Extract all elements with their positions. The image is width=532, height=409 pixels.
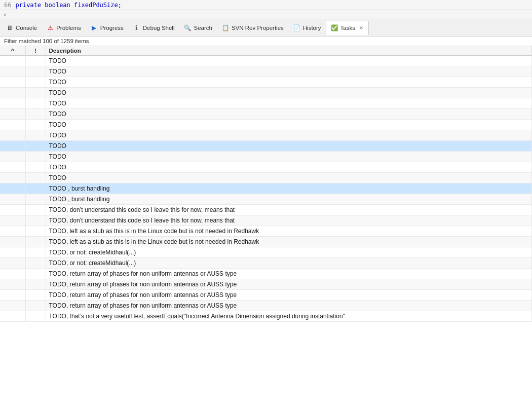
tab-label-search: Search bbox=[194, 25, 212, 31]
code-line-number: 66 bbox=[4, 2, 11, 9]
table-row[interactable]: TODO bbox=[0, 152, 532, 162]
tab-label-progress: Progress bbox=[100, 25, 124, 31]
col-priority[interactable]: ! bbox=[25, 46, 46, 56]
table-row[interactable]: TODO, don’t understand this code so I le… bbox=[0, 215, 532, 226]
row-col1-14 bbox=[0, 205, 25, 215]
row-col2-14 bbox=[25, 205, 46, 215]
filter-text: Filter matched 100 of 1259 items bbox=[4, 38, 89, 44]
tasks-tab-icon: ✅ bbox=[330, 24, 338, 32]
table-row[interactable]: TODO bbox=[0, 56, 532, 66]
table-row[interactable]: TODO , burst handling bbox=[0, 183, 532, 194]
back-arrow-button[interactable]: ‹ bbox=[0, 10, 532, 19]
table-row[interactable]: TODO, or not: createMidhaul(...) bbox=[0, 247, 532, 258]
tab-console[interactable]: 🖥Console bbox=[1, 21, 42, 35]
row-description-22: TODO, return array of phases for non uni… bbox=[46, 290, 532, 301]
row-col1-15 bbox=[0, 215, 25, 226]
table-row[interactable]: TODO bbox=[0, 173, 532, 183]
row-col1-19 bbox=[0, 258, 25, 269]
row-col2-8 bbox=[25, 141, 46, 152]
code-text: private boolean fixedPduSize; bbox=[15, 2, 122, 9]
table-row[interactable]: TODO bbox=[0, 88, 532, 98]
table-row[interactable]: TODO, or not: createMidhaul(...) bbox=[0, 258, 532, 269]
row-description-10: TODO bbox=[46, 162, 532, 173]
table-row[interactable]: TODO bbox=[0, 98, 532, 109]
row-col1-10 bbox=[0, 162, 25, 173]
tab-history[interactable]: 📄History bbox=[288, 21, 326, 35]
tab-close-tasks[interactable]: × bbox=[358, 24, 364, 31]
row-col2-24 bbox=[25, 311, 46, 322]
row-description-9: TODO bbox=[46, 152, 532, 162]
row-col1-5 bbox=[0, 109, 25, 120]
table-row[interactable]: TODO bbox=[0, 109, 532, 120]
row-col2-10 bbox=[25, 162, 46, 173]
row-description-19: TODO, or not: createMidhaul(...) bbox=[46, 258, 532, 269]
row-col1-22 bbox=[0, 290, 25, 301]
table-row[interactable]: TODO, return array of phases for non uni… bbox=[0, 290, 532, 301]
row-col1-11 bbox=[0, 173, 25, 183]
row-col1-3 bbox=[0, 88, 25, 98]
table-row[interactable]: TODO, left as a stub as this is in the L… bbox=[0, 237, 532, 247]
row-description-24: TODO, that’s not a very usefull test, as… bbox=[46, 311, 532, 322]
tab-debug-shell[interactable]: ℹDebug Shell bbox=[128, 21, 179, 35]
row-description-17: TODO, left as a stub as this is in the L… bbox=[46, 237, 532, 247]
row-description-14: TODO, don’t understand this code so I le… bbox=[46, 205, 532, 215]
table-row[interactable]: TODO, return array of phases for non uni… bbox=[0, 279, 532, 290]
row-col1-18 bbox=[0, 247, 25, 258]
row-description-0: TODO bbox=[46, 56, 532, 66]
row-col1-0 bbox=[0, 56, 25, 66]
row-description-3: TODO bbox=[46, 88, 532, 98]
svn-rev-tab-icon: 📋 bbox=[221, 24, 230, 32]
row-description-18: TODO, or not: createMidhaul(...) bbox=[46, 247, 532, 258]
col-description[interactable]: Description bbox=[46, 46, 532, 56]
row-description-5: TODO bbox=[46, 109, 532, 120]
row-description-7: TODO bbox=[46, 130, 532, 141]
row-col1-12 bbox=[0, 183, 25, 194]
row-description-20: TODO, return array of phases for non uni… bbox=[46, 269, 532, 279]
row-description-16: TODO, left as a stub as this is in the L… bbox=[46, 226, 532, 237]
tab-search[interactable]: 🔍Search bbox=[179, 21, 216, 35]
row-col2-21 bbox=[25, 279, 46, 290]
row-description-4: TODO bbox=[46, 98, 532, 109]
row-description-11: TODO bbox=[46, 173, 532, 183]
tab-tasks[interactable]: ✅Tasks× bbox=[326, 21, 369, 35]
row-description-6: TODO bbox=[46, 120, 532, 130]
row-col1-7 bbox=[0, 130, 25, 141]
table-row[interactable]: TODO bbox=[0, 66, 532, 77]
tasks-table-body: TODOTODOTODOTODOTODOTODOTODOTODOTODOTODO… bbox=[0, 56, 532, 322]
table-row[interactable]: TODO bbox=[0, 141, 532, 152]
row-description-1: TODO bbox=[46, 66, 532, 77]
table-row[interactable]: TODO, return array of phases for non uni… bbox=[0, 301, 532, 311]
tab-svn-rev[interactable]: 📋SVN Rev Properties bbox=[217, 21, 288, 35]
row-col2-17 bbox=[25, 237, 46, 247]
tab-problems[interactable]: ⚠Problems bbox=[42, 21, 86, 35]
row-col1-23 bbox=[0, 301, 25, 311]
row-col1-17 bbox=[0, 237, 25, 247]
row-col2-12 bbox=[25, 183, 46, 194]
table-row[interactable]: TODO bbox=[0, 130, 532, 141]
row-description-23: TODO, return array of phases for non uni… bbox=[46, 301, 532, 311]
row-col2-9 bbox=[25, 152, 46, 162]
row-col2-3 bbox=[25, 88, 46, 98]
row-col1-13 bbox=[0, 194, 25, 205]
table-row[interactable]: TODO bbox=[0, 162, 532, 173]
row-col1-9 bbox=[0, 152, 25, 162]
table-row[interactable]: TODO, left as a stub as this is in the L… bbox=[0, 226, 532, 237]
row-col2-22 bbox=[25, 290, 46, 301]
debug-shell-tab-icon: ℹ bbox=[133, 24, 141, 32]
console-tab-icon: 🖥 bbox=[6, 24, 14, 32]
table-row[interactable]: TODO, don’t understand this code so I le… bbox=[0, 205, 532, 215]
row-col1-1 bbox=[0, 66, 25, 77]
search-tab-icon: 🔍 bbox=[183, 24, 192, 32]
tab-label-debug-shell: Debug Shell bbox=[143, 25, 175, 31]
table-row[interactable]: TODO, return array of phases for non uni… bbox=[0, 269, 532, 279]
row-col2-15 bbox=[25, 215, 46, 226]
row-description-13: TODO , burst handling bbox=[46, 194, 532, 205]
row-description-21: TODO, return array of phases for non uni… bbox=[46, 279, 532, 290]
table-row[interactable]: TODO , burst handling bbox=[0, 194, 532, 205]
table-row[interactable]: TODO, that’s not a very usefull test, as… bbox=[0, 311, 532, 322]
table-row[interactable]: TODO bbox=[0, 77, 532, 88]
tab-progress[interactable]: ▶Progress bbox=[86, 21, 128, 35]
table-row[interactable]: TODO bbox=[0, 120, 532, 130]
col-sort[interactable]: ^ bbox=[0, 46, 25, 56]
tab-label-tasks: Tasks bbox=[340, 25, 355, 31]
